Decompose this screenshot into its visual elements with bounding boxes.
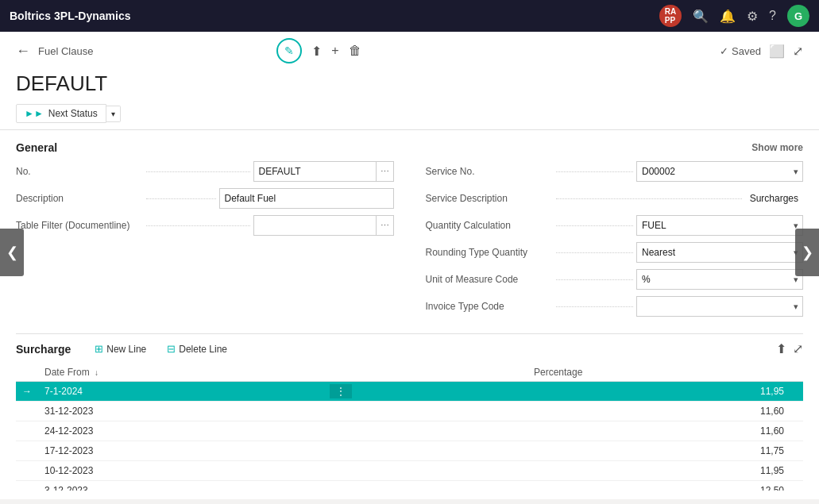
chevron-left-icon: ❮	[6, 244, 18, 261]
avatar-rapp-text: RAPP	[665, 7, 676, 25]
field-no-input[interactable]	[253, 161, 377, 182]
share-button[interactable]: ⬆	[311, 44, 322, 59]
field-service-description-label: Service Description	[426, 193, 553, 204]
nav-prev-button[interactable]: ❮	[0, 229, 24, 276]
avatar-g-text: G	[794, 10, 802, 22]
surcharge-table-row[interactable]: 3-12-202312,50	[16, 481, 803, 491]
row-date: 10-12-2023	[38, 461, 323, 481]
next-status-label: Next Status	[48, 108, 98, 119]
delete-button[interactable]: 🗑	[349, 44, 361, 58]
field-no-lookup-button[interactable]: ⋯	[377, 161, 394, 182]
surcharge-table-row[interactable]: 24-12-202311,60	[16, 421, 803, 441]
field-table-filter-input[interactable]	[253, 215, 377, 236]
surcharge-table-row[interactable]: →7-1-2024⋮11,95	[16, 382, 803, 402]
surcharge-table-row[interactable]: 31-12-202311,60	[16, 402, 803, 421]
delete-line-button[interactable]: ⊟ Delete Line	[162, 340, 232, 357]
surcharge-share-button[interactable]: ⬆	[776, 341, 786, 356]
field-quantity-calculation-select[interactable]: FUEL	[636, 215, 803, 236]
row-percentage: 11,60	[527, 402, 790, 421]
row-scroll-space	[790, 402, 803, 421]
surcharge-expand-button[interactable]: ⤢	[793, 341, 803, 356]
app-title: Boltrics 3PL-Dynamics	[10, 10, 659, 22]
open-new-tab-button[interactable]: ⬜	[769, 44, 785, 59]
field-service-description: Service Description Surcharges	[426, 187, 804, 210]
row-scroll-space	[790, 382, 803, 402]
surcharge-table-row[interactable]: 10-12-202311,95	[16, 461, 803, 481]
field-table-filter-label: Table Filter (Documentline)	[16, 220, 143, 231]
next-status-dropdown-button[interactable]: ▾	[106, 106, 121, 122]
field-service-no: Service No. D00002	[426, 160, 804, 183]
topbar-icons: RAPP 🔍 🔔 ⚙ ? G	[659, 5, 809, 27]
bell-icon[interactable]: 🔔	[720, 9, 736, 24]
col-empty2-header	[473, 364, 527, 382]
new-line-button[interactable]: ⊞ New Line	[90, 340, 151, 357]
fields-grid: No. ⋯ Description Table Filter (Document…	[16, 160, 803, 330]
col-scroll-header	[790, 364, 803, 382]
row-scroll-space	[790, 461, 803, 481]
main-content: General Show more No. ⋯ Description Tabl…	[0, 130, 819, 499]
field-rounding-type-label: Rounding Type Quantity	[426, 247, 553, 258]
field-description: Description	[16, 187, 394, 210]
search-icon[interactable]: 🔍	[693, 9, 709, 24]
saved-status: Saved	[720, 45, 761, 57]
surcharge-table-container[interactable]: Date From ↓ Percentage →7-1-2024⋮11,9531…	[16, 364, 803, 491]
field-rounding-type-select-wrapper: Nearest	[636, 242, 803, 263]
show-more-link[interactable]: Show more	[751, 142, 803, 153]
row-arrow	[16, 441, 38, 461]
next-status-button[interactable]: ►► Next Status	[16, 104, 106, 123]
avatar-rapp[interactable]: RAPP	[659, 5, 682, 27]
back-button[interactable]: ←	[16, 43, 30, 60]
field-no-label: No.	[16, 166, 143, 177]
surcharge-table-row[interactable]: 17-12-202311,75	[16, 441, 803, 461]
help-icon[interactable]: ?	[769, 9, 776, 23]
nav-next-button[interactable]: ❯	[795, 229, 819, 276]
field-unit-measure-select[interactable]: %	[636, 269, 803, 290]
page-header: ← Fuel Clause ✎ ⬆ + 🗑 Saved ⬜ ⤢ DEFAULT …	[0, 32, 819, 130]
col-empty1-header	[323, 364, 473, 382]
row-context	[323, 402, 473, 421]
edit-button[interactable]: ✎	[276, 38, 302, 63]
field-unit-measure-label: Unit of Measure Code	[426, 274, 553, 285]
row-empty	[473, 441, 527, 461]
row-arrow: →	[16, 382, 38, 402]
row-date: 3-12-2023	[38, 481, 323, 491]
col-date-from-header[interactable]: Date From ↓	[38, 364, 323, 382]
field-service-no-select-wrapper: D00002	[636, 161, 803, 182]
surcharge-header-right: ⬆ ⤢	[776, 341, 803, 356]
field-service-no-select[interactable]: D00002	[636, 161, 803, 182]
next-status-bar: ►► Next Status ▾	[16, 104, 803, 129]
record-title: DEFAULT	[16, 67, 803, 104]
new-line-label: New Line	[106, 344, 146, 355]
row-context	[323, 421, 473, 441]
field-description-input[interactable]	[219, 188, 394, 209]
add-button[interactable]: +	[331, 44, 338, 58]
row-scroll-space	[790, 481, 803, 491]
field-no: No. ⋯	[16, 160, 394, 183]
row-empty	[473, 402, 527, 421]
row-date: 7-1-2024	[38, 382, 323, 402]
new-line-icon: ⊞	[95, 343, 103, 355]
expand-button[interactable]: ⤢	[793, 44, 803, 59]
row-date: 24-12-2023	[38, 421, 323, 441]
row-empty	[473, 481, 527, 491]
general-title: General	[16, 141, 57, 154]
fields-left: No. ⋯ Description Table Filter (Document…	[16, 160, 394, 317]
user-avatar[interactable]: G	[787, 5, 809, 27]
row-percentage: 11,95	[527, 382, 790, 402]
field-unit-measure-select-wrapper: %	[636, 269, 803, 290]
row-percentage: 12,50	[527, 481, 790, 491]
field-invoice-type-select[interactable]	[636, 296, 803, 317]
field-table-filter-lookup-button[interactable]: ⋯	[377, 215, 394, 236]
breadcrumb: Fuel Clause	[38, 45, 93, 57]
row-scroll-space	[790, 441, 803, 461]
settings-icon[interactable]: ⚙	[747, 9, 758, 24]
next-status-play-icon: ►►	[25, 108, 44, 119]
field-description-label: Description	[16, 193, 143, 204]
row-context-menu-btn[interactable]: ⋮	[330, 384, 352, 398]
row-date: 31-12-2023	[38, 402, 323, 421]
chevron-down-icon: ▾	[111, 110, 115, 118]
field-rounding-type-select[interactable]: Nearest	[636, 242, 803, 263]
row-percentage: 11,60	[527, 421, 790, 441]
field-no-input-group: ⋯	[253, 161, 394, 182]
row-context	[323, 481, 473, 491]
